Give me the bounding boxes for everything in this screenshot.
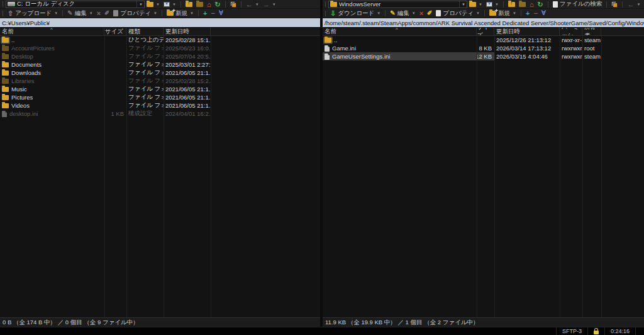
remote-path-bar[interactable]: /home/steam/.steam/SteamApps/common/ARK … — [323, 18, 644, 28]
parent-directory-button[interactable] — [184, 1, 194, 8]
file-row[interactable]: GameUserSettings.ini12 KB2026/03/15 4:04… — [323, 52, 644, 60]
duplicate-tab-button[interactable] — [609, 1, 619, 8]
parent-directory-button[interactable] — [506, 1, 517, 8]
column-header-owner[interactable]: 所有者 — [582, 28, 601, 35]
delete-button[interactable]: × — [418, 9, 425, 17]
grid-line — [601, 36, 602, 317]
column-header-permissions[interactable]: パーミッシ... — [560, 28, 582, 35]
select-files-button[interactable]: + — [201, 9, 209, 17]
folder-icon — [2, 71, 9, 76]
edit-button[interactable]: ✎編集▼ — [388, 9, 417, 17]
divider — [521, 10, 521, 16]
home-directory-button[interactable]: ⌂ — [205, 1, 213, 8]
filter-view-button[interactable]: ▼ — [162, 1, 178, 8]
file-row[interactable]: desktop.ini1 KB構成設定2024/04/01 16:2... — [0, 110, 320, 118]
file-name: Libraries — [11, 77, 34, 84]
new-button[interactable]: 新規▼ — [487, 9, 518, 17]
properties-icon — [113, 10, 118, 16]
properties-button[interactable]: プロパティ▼ — [434, 9, 482, 17]
folder-icon — [2, 62, 9, 67]
chevron-down-icon: ▼ — [479, 3, 482, 6]
toolbar-grip[interactable] — [325, 1, 326, 7]
file-name: .. — [11, 37, 14, 43]
column-header-modified[interactable]: 更新日時 — [164, 28, 211, 35]
new-button[interactable]: 新規▼ — [165, 9, 196, 17]
column-header-name[interactable]: 名前^ — [0, 28, 104, 35]
open-directory-button[interactable]: ▼ — [467, 1, 484, 8]
local-file-list[interactable]: ..ひとつ上のディ...2025/02/28 15:1...AccountPic… — [0, 36, 320, 317]
file-row[interactable]: AccountPicturesファイル フォル...2025/06/23 16:… — [0, 44, 320, 52]
file-row[interactable]: Picturesファイル フォル...2021/06/05 21:1... — [0, 93, 320, 101]
upload-button[interactable]: ⇧アップロード▼ — [6, 9, 60, 17]
duplicate-tab-button[interactable] — [228, 1, 238, 8]
select-files-button[interactable]: + — [524, 9, 531, 17]
pencil-icon: ✎ — [390, 10, 395, 16]
file-row[interactable]: Game.ini8 KB2026/03/14 17:13:12rwxrwxr..… — [323, 44, 644, 52]
unselect-files-button[interactable]: − — [209, 9, 216, 17]
file-mask-filter-button[interactable]: ∀ — [217, 9, 225, 17]
file-row[interactable]: ..ひとつ上のディ...2025/02/28 15:1... — [0, 36, 320, 44]
column-header-name[interactable]: 名前^ — [323, 28, 477, 35]
toolbar-grip[interactable] — [3, 1, 3, 7]
cell-permissions: rwxrwxr... — [560, 52, 582, 60]
file-name: GameUserSettings.ini — [332, 53, 390, 60]
rename-button[interactable]: ✐ — [103, 9, 111, 17]
download-button[interactable]: ⇩ダウンロード▼ — [328, 9, 382, 17]
file-row[interactable]: Documentsファイル フォル...2025/03/01 2:27:... — [0, 60, 320, 69]
back-button[interactable]: ←▼ — [625, 1, 642, 8]
lock-icon — [594, 331, 599, 334]
unselect-files-button[interactable]: − — [531, 9, 539, 17]
cell-modified: 2025/12/26 21:13:12 — [494, 36, 560, 44]
local-path-bar[interactable]: C:¥Users¥Public¥ — [0, 18, 320, 28]
dual-panes: C: ローカル ディスク ▼ ▼ ▼ ⌂ ↻ ←▼ →▼ ⇧アップロード▼ — [0, 0, 644, 327]
minus-icon: − — [533, 10, 537, 16]
file-row[interactable]: ..2025/12/26 21:13:12rwxr-xr-xsteam — [323, 36, 644, 44]
cell-type: ファイル フォル... — [126, 60, 164, 69]
home-directory-button[interactable]: ⌂ — [528, 1, 536, 8]
root-directory-button[interactable] — [194, 1, 205, 8]
file-row[interactable]: Videosファイル フォル...2021/06/05 21:1... — [0, 101, 320, 110]
cell-name: GameUserSettings.ini — [323, 52, 477, 60]
open-directory-button[interactable]: ▼ — [145, 1, 162, 8]
column-header-size[interactable]: サイズ — [104, 28, 126, 35]
properties-button[interactable]: プロパティ▼ — [111, 9, 159, 17]
cell-size: 12 KB — [477, 52, 494, 60]
refresh-button[interactable]: ↻ — [536, 1, 545, 8]
file-row[interactable]: Downloadsファイル フォル...2021/06/05 21:1... — [0, 69, 320, 77]
find-files-button[interactable]: ファイルの検索 — [551, 1, 604, 8]
chevron-down-icon[interactable]: ▼ — [136, 1, 143, 8]
back-button[interactable]: ←▼ — [244, 1, 261, 8]
folder-icon — [2, 87, 9, 92]
filter-view-button[interactable]: ▼ — [484, 1, 501, 8]
local-drive-selector[interactable]: C: ローカル ディスク ▼ — [6, 1, 145, 8]
chevron-down-icon: ▼ — [495, 3, 499, 6]
file-row[interactable]: Librariesファイル フォル...2025/02/28 15:2... — [0, 77, 320, 85]
cell-size — [104, 77, 126, 85]
toolbar-grip[interactable] — [3, 11, 3, 16]
column-header-size[interactable]: サイズ — [477, 28, 494, 35]
delete-icon: × — [97, 10, 101, 16]
remote-directory-selector[interactable]: WindowsServer ▼ — [328, 1, 467, 8]
drive-icon — [8, 2, 15, 6]
edit-button[interactable]: ✎編集▼ — [65, 9, 94, 17]
resize-grip[interactable] — [635, 327, 644, 335]
delete-button[interactable]: × — [95, 9, 103, 17]
toolbar-grip[interactable] — [325, 11, 326, 16]
sort-ascending-icon: ^ — [50, 28, 53, 32]
chevron-down-icon[interactable]: ▼ — [459, 1, 465, 8]
file-row[interactable]: Desktopファイル フォル...2025/07/04 20:5... — [0, 52, 320, 60]
column-header-modified[interactable]: 更新日時 — [494, 28, 560, 35]
remote-pane: WindowsServer ▼ ▼ ▼ ⌂ ↻ ファイルの検索 ←▼ →▼ — [323, 0, 644, 327]
chevron-down-icon: ▼ — [172, 3, 176, 6]
file-name: Downloads — [11, 69, 41, 76]
column-header-type[interactable]: 種類 — [126, 28, 164, 35]
root-directory-button[interactable] — [517, 1, 528, 8]
file-row[interactable]: Musicファイル フォル...2021/06/05 21:1... — [0, 85, 320, 93]
file-mask-filter-button[interactable]: ∀ — [540, 9, 548, 17]
remote-file-list[interactable]: ..2025/12/26 21:13:12rwxr-xr-xsteamGame.… — [323, 36, 644, 317]
refresh-button[interactable]: ↻ — [213, 1, 223, 8]
cell-name: .. — [323, 36, 477, 44]
forward-button[interactable]: →▼ — [261, 1, 278, 8]
rename-button[interactable]: ✐ — [425, 9, 434, 17]
cell-owner: steam — [582, 36, 601, 44]
